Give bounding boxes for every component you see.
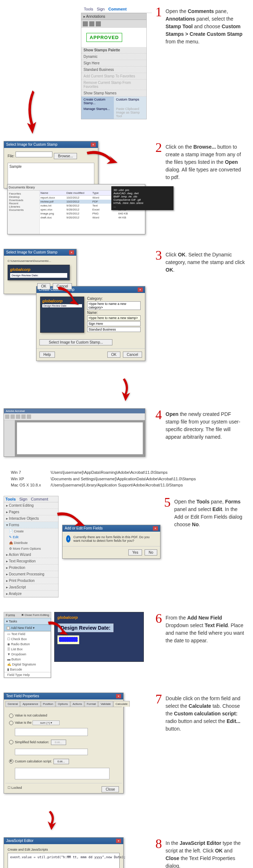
tab-validate[interactable]: Validate (98, 701, 113, 707)
toolbar-icon[interactable] (16, 414, 20, 419)
panel-protection[interactable]: ▸ Protection (4, 565, 58, 571)
locked-checkbox[interactable]: ☐ Locked (8, 786, 22, 790)
nav-pane[interactable] (4, 420, 15, 456)
radio-label: Simplified field notation: (15, 740, 49, 744)
panel-doc-processing[interactable]: ▸ Document Processing (4, 571, 58, 578)
tab-sign[interactable]: Sign (97, 7, 105, 11)
tab-actions[interactable]: Actions (70, 701, 84, 707)
explorer-sidebar[interactable]: FavoritesDesktopDownloads RecentLibrarie… (8, 191, 40, 234)
close-icon[interactable]: × (153, 526, 158, 531)
tab-tools[interactable]: Tools (84, 7, 93, 11)
tab-tools[interactable]: Tools (5, 497, 16, 501)
tab-comment[interactable]: Comment (31, 497, 48, 501)
file-label: File: (8, 154, 14, 158)
value-dropdown[interactable]: sum (+) ▾ (33, 720, 60, 725)
select-image-button[interactable]: Select Image for Custom Stamp... (39, 339, 112, 345)
document-page (17, 422, 143, 454)
no-button[interactable]: No (145, 549, 157, 556)
step-text: From the Add New Field Dropdown select T… (166, 612, 246, 644)
forms-distribute[interactable]: 📤 Distribute (4, 540, 58, 546)
menu-sign-here[interactable]: Sign Here (81, 60, 146, 67)
forms-edit[interactable]: ✎ Edit (4, 534, 58, 540)
toolbar-icon[interactable] (10, 414, 15, 419)
panel-content-editing[interactable]: ▸ Content Editing (4, 502, 58, 509)
toolbar[interactable] (4, 413, 145, 420)
help-button[interactable]: Help (39, 352, 55, 358)
tab-comment[interactable]: Comment (108, 7, 127, 11)
field-barcode[interactable]: ▮ Barcode (4, 667, 51, 672)
tab-sign[interactable]: Sign (20, 497, 27, 501)
menu-create-custom-stamp[interactable]: Create Custom Stamp... (81, 97, 114, 106)
dialog-title: Select Image for Custom Stamp (6, 142, 57, 147)
step-text: Open the Comments pane, Annotations pane… (166, 5, 246, 46)
name-input[interactable]: <type here to name a new stamp> (87, 315, 141, 320)
menu-show-names[interactable]: Show Stamp Names (81, 90, 146, 97)
field-dropdown[interactable]: ▼ Dropdown (4, 652, 51, 657)
close-icon[interactable]: × (138, 288, 143, 292)
menu-standard-business[interactable]: Standard Business (81, 67, 146, 73)
file-input[interactable] (16, 152, 52, 157)
annotations-header[interactable]: ▸ Annotations (81, 13, 146, 20)
menu-dynamic[interactable]: Dynamic (81, 54, 146, 60)
category-label: Category: (87, 297, 103, 301)
panel-interactive[interactable]: ▸ Interactive Objects (4, 515, 58, 522)
panel-pages[interactable]: ▸ Pages (4, 509, 58, 515)
menu-manage-stamps[interactable]: Manage Stamps... (81, 106, 114, 119)
radio-value-is[interactable] (9, 721, 13, 725)
tab-calculate[interactable]: Calculate (113, 701, 130, 707)
approved-stamp: APPROVED (86, 33, 122, 42)
panel-print-prod[interactable]: ▸ Print Production (4, 578, 58, 584)
close-form-editing-button[interactable]: ✖ Close Form Editing (21, 613, 49, 617)
menu-custom-stamps[interactable]: Custom Stamps (114, 97, 146, 106)
close-icon[interactable]: × (69, 250, 74, 255)
field-radio[interactable]: ◉ Radio Button (4, 642, 51, 647)
cancel-button[interactable]: Cancel (123, 352, 142, 358)
tab-options[interactable]: Options (56, 701, 70, 707)
tab-format[interactable]: Format (85, 701, 98, 707)
code-textarea[interactable]: event.value = util.printd("h:MM tt, mmm … (8, 853, 120, 868)
panel-text-recog[interactable]: ▸ Text Recognition (4, 558, 58, 565)
radio-simplified[interactable] (9, 740, 13, 744)
edit-button[interactable]: Edit... (53, 759, 69, 764)
field-button[interactable]: ▬ Button (4, 657, 51, 662)
tool-icon[interactable] (96, 21, 101, 26)
toolbar-icon[interactable] (5, 414, 9, 419)
toolbar-icon[interactable] (27, 414, 31, 419)
option-sign-here[interactable]: Sign Here (87, 321, 141, 326)
arrow-icon (83, 146, 119, 168)
add-new-field-dropdown[interactable]: 📋 Add New Field ▾ (4, 625, 51, 631)
edit-button-disabled: Edit... (51, 740, 66, 745)
forms-more[interactable]: ⚙ More Form Options (4, 546, 58, 552)
radio-not-calculated[interactable] (9, 714, 13, 718)
preview-label: Design Review Date: (10, 273, 67, 278)
stamp-tool-icon[interactable] (83, 21, 88, 26)
panel-javascript[interactable]: ▸ JavaScript (4, 584, 58, 591)
toolbar-icon[interactable] (21, 414, 26, 419)
field-type-help[interactable]: Field Type Help (4, 672, 51, 677)
field-signature[interactable]: ✍ Digital Signature (4, 662, 51, 667)
ok-button[interactable]: OK (107, 352, 120, 358)
field-checkbox[interactable]: ☐ Check Box (4, 637, 51, 642)
show-stamps-palette[interactable]: Show Stamps Palette (81, 47, 146, 54)
panel-analyze[interactable]: ▸ Analyze (4, 591, 58, 597)
tool-icon[interactable] (89, 21, 94, 26)
close-button[interactable]: Close (102, 786, 119, 792)
tab-general[interactable]: General (5, 701, 20, 707)
option-standard-business[interactable]: Standard Business (87, 327, 141, 332)
tab-position[interactable]: Position (41, 701, 55, 707)
arrow-icon (22, 89, 43, 136)
radio-custom-script[interactable] (9, 759, 13, 763)
logo: globalcorp (10, 267, 67, 272)
field-listbox[interactable]: ☰ List Box (4, 647, 51, 652)
browse-button[interactable]: Browse... (54, 153, 77, 159)
yes-button[interactable]: Yes (128, 549, 142, 556)
close-icon[interactable]: × (116, 694, 121, 698)
close-icon[interactable]: × (116, 839, 121, 843)
panel-forms[interactable]: ▾ Forms (4, 522, 58, 528)
tasks-section: ▾ Tasks (4, 618, 51, 625)
category-input[interactable]: <type here to name a new category> (87, 301, 141, 310)
forms-create[interactable]: 📄 Create (4, 528, 58, 534)
field-text[interactable]: ▭ Text Field (4, 631, 51, 637)
panel-action-wizard[interactable]: ▸ Action Wizard (4, 552, 58, 558)
tab-appearance[interactable]: Appearance (20, 701, 40, 707)
